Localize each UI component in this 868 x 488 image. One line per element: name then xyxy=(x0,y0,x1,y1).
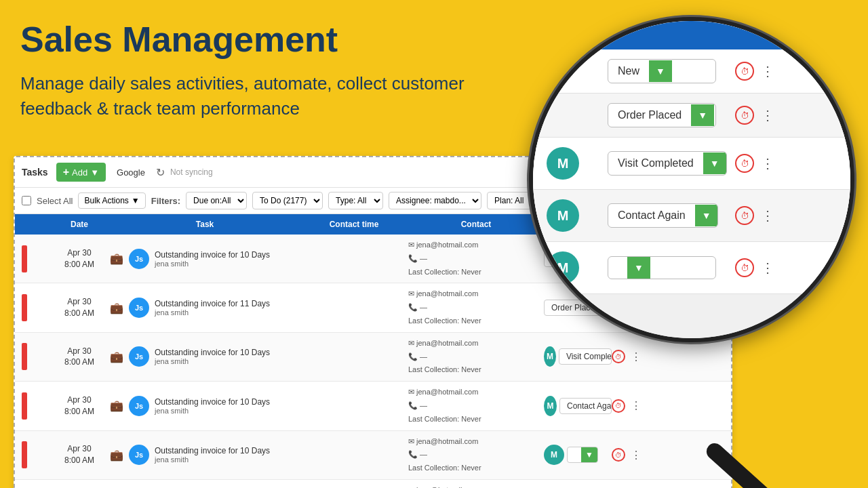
mag-status-arrow: ▼ xyxy=(627,257,650,279)
select-all-checkbox[interactable] xyxy=(22,196,31,205)
mag-action: ⏱ ⋮ xyxy=(735,154,789,173)
tasks-label: Tasks xyxy=(22,167,48,178)
mag-status-button[interactable]: ▼ xyxy=(608,256,716,279)
mag-action: ⏱ ⋮ xyxy=(735,258,789,277)
mag-more-icon[interactable]: ⋮ xyxy=(761,63,774,79)
contact-cell: ✉ jena@hotmail.com📞 —Last Collection: Ne… xyxy=(408,287,544,327)
more-options-icon[interactable]: ⋮ xyxy=(631,449,642,462)
assignee-filter[interactable]: Assignee: mabdo... xyxy=(389,192,481,209)
col-header-task: Task xyxy=(110,220,300,229)
briefcase-icon: 💼 xyxy=(110,449,123,462)
mag-more-icon[interactable]: ⋮ xyxy=(761,107,774,123)
task-description: Outstanding invoice for 10 Days xyxy=(155,446,270,455)
action-cell: ⏱ ⋮ xyxy=(612,448,679,462)
col-header-checkbox xyxy=(22,220,49,229)
row-indicator xyxy=(22,245,49,272)
mag-col-actions: Actions xyxy=(692,29,837,41)
row-indicator xyxy=(22,392,49,420)
contact-cell: ✉ jena@hotmail.com📞 —Last Collection: Ne… xyxy=(408,435,544,475)
todo-filter[interactable]: To Do (2177) xyxy=(252,192,323,209)
col-header-contact-time: Contact time xyxy=(300,220,408,229)
sync-status: Not syncing xyxy=(170,167,213,177)
avatar: Js xyxy=(129,298,149,318)
mag-clock-icon[interactable]: ⏱ xyxy=(735,258,754,277)
page-subtitle: Manage daily sales activities, automate,… xyxy=(20,71,468,121)
bulk-actions-button[interactable]: Bulk Actions ▼ xyxy=(78,192,145,209)
type-filter[interactable]: Type: All xyxy=(328,192,383,209)
task-person: jena smith xyxy=(155,407,270,415)
task-description: Outstanding invoice for 10 Days xyxy=(155,397,270,407)
status-button[interactable]: Contact Again ▼ xyxy=(559,398,612,414)
mag-status-label: Visit Completed xyxy=(608,152,703,175)
task-description: Outstanding invoice for 11 Days xyxy=(155,299,270,308)
table-row: Apr 308:00 AM 💼 Js Outstanding invoice f… xyxy=(15,382,731,430)
mag-action: ⏱ ⋮ xyxy=(735,206,789,225)
more-options-icon[interactable]: ⋮ xyxy=(631,399,642,412)
task-cell: 💼 Js Outstanding invoice for 10 Daysjena… xyxy=(110,249,300,269)
sync-icon[interactable]: ↻ xyxy=(156,166,165,179)
clock-icon[interactable]: ⏱ xyxy=(612,350,625,363)
row-indicator xyxy=(22,343,49,370)
row-indicator xyxy=(22,441,49,468)
date-cell: Apr 308:00 AM xyxy=(49,394,110,418)
magnifier-row: Order Placed ▼ ⏱ ⋮ xyxy=(533,94,850,138)
table-row: May 18:00 AM 💼 Js Outstanding invoice fo… xyxy=(15,480,731,488)
avatar: Js xyxy=(129,445,149,465)
avatar: Js xyxy=(129,346,149,367)
mag-status-button[interactable]: Order Placed ▼ xyxy=(608,103,716,127)
status-button[interactable]: Visit Completed ▼ xyxy=(559,348,612,365)
mag-status-label xyxy=(608,262,627,273)
status-label: Contact Again xyxy=(560,399,612,413)
mag-more-icon[interactable]: ⋮ xyxy=(761,155,774,171)
plus-icon: + xyxy=(63,166,69,178)
task-description: Outstanding invoice for 10 Days xyxy=(155,250,270,260)
task-person: jena smith xyxy=(155,308,270,317)
table-row: Apr 308:00 AM 💼 Js Outstanding invoice f… xyxy=(15,333,731,382)
page-title: Sales Management xyxy=(20,20,468,59)
mag-status-button[interactable]: Contact Again ▼ xyxy=(608,203,718,228)
add-label: Add xyxy=(72,167,87,178)
task-person: jena smith xyxy=(155,260,270,268)
mag-action: ⏱ ⋮ xyxy=(735,62,789,81)
mag-status-arrow: ▼ xyxy=(703,152,726,174)
date-cell: Apr 308:00 AM xyxy=(49,296,110,319)
status-cell: M ▼ xyxy=(544,445,612,465)
row-indicator xyxy=(22,294,49,321)
clock-icon[interactable]: ⏱ xyxy=(612,399,625,413)
avatar-m: M xyxy=(544,445,564,465)
mag-more-icon[interactable]: ⋮ xyxy=(761,260,774,276)
briefcase-icon: 💼 xyxy=(110,252,123,265)
avatar-m: M xyxy=(544,396,557,416)
table-row: Apr 308:00 AM 💼 Js Outstanding invoice f… xyxy=(15,431,731,480)
mag-status-button[interactable]: Visit Completed ▼ xyxy=(608,151,727,176)
mag-col-status: Status xyxy=(547,29,692,41)
contact-cell: ✉ jena@hotmail.com📞 —Last Collection: Ne… xyxy=(408,337,544,377)
mag-clock-icon[interactable]: ⏱ xyxy=(735,206,754,225)
mag-clock-icon[interactable]: ⏱ xyxy=(735,62,754,81)
magnifier-header: Status Actions xyxy=(533,21,850,49)
google-button[interactable]: Google xyxy=(111,165,151,180)
task-cell: 💼 Js Outstanding invoice for 10 Daysjena… xyxy=(110,445,300,465)
col-header-date: Date xyxy=(49,220,110,229)
briefcase-icon: 💼 xyxy=(110,302,123,314)
status-button[interactable]: ▼ xyxy=(567,447,598,463)
more-options-icon[interactable]: ⋮ xyxy=(631,350,642,363)
bulk-actions-arrow: ▼ xyxy=(132,196,140,205)
mag-clock-icon[interactable]: ⏱ xyxy=(735,106,754,125)
clock-icon[interactable]: ⏱ xyxy=(612,448,625,462)
mag-more-icon[interactable]: ⋮ xyxy=(761,207,774,224)
mag-status-button[interactable]: New ▼ xyxy=(608,59,716,83)
contact-cell: ✉ jena@hotmail.com📞 —Last Collection: Ne… xyxy=(408,239,544,279)
magnifier-overlay: Status Actions New ▼ ⏱ ⋮ Order Pl xyxy=(529,17,854,342)
magnifier-row: New ▼ ⏱ ⋮ xyxy=(533,49,850,94)
task-cell: 💼 Js Outstanding invoice for 10 Daysjena… xyxy=(110,346,300,367)
avatar: Js xyxy=(129,396,149,416)
add-button[interactable]: + Add ▼ xyxy=(56,163,106,182)
due-on-filter[interactable]: Due on:All xyxy=(186,192,247,209)
mag-avatar: M xyxy=(547,199,579,232)
magnifier-content: Status Actions New ▼ ⏱ ⋮ Order Pl xyxy=(533,21,850,338)
mag-status-label: Contact Again xyxy=(608,204,695,227)
magnifier-row: M Visit Completed ▼ ⏱ ⋮ xyxy=(533,138,850,190)
briefcase-icon: 💼 xyxy=(110,399,123,412)
mag-clock-icon[interactable]: ⏱ xyxy=(735,154,754,173)
